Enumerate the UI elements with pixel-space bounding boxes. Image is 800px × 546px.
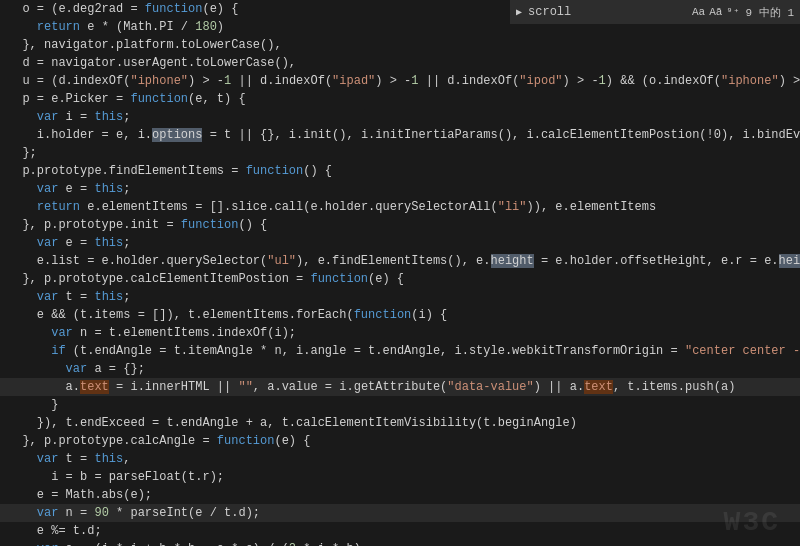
code-line: }, p.prototype.calcElementItemPostion = … xyxy=(0,270,800,288)
code-line: u = (d.indexOf("iphone") > -1 || d.index… xyxy=(0,72,800,90)
match-info: 9 中的 1 xyxy=(746,5,794,20)
code-line: e.list = e.holder.querySelector("ul"), e… xyxy=(0,252,800,270)
code-line: var a = {}; xyxy=(0,360,800,378)
code-line: var e = this; xyxy=(0,180,800,198)
code-line: }, p.prototype.calcAngle = function(e) { xyxy=(0,432,800,450)
code-line: d = navigator.userAgent.toLowerCase(), xyxy=(0,54,800,72)
code-line: e %= t.d; xyxy=(0,522,800,540)
code-line: return e.elementItems = [].slice.call(e.… xyxy=(0,198,800,216)
code-line: var i = this; xyxy=(0,108,800,126)
code-line: p = e.Picker = function(e, t) { xyxy=(0,90,800,108)
code-line: }; xyxy=(0,144,800,162)
code-line: var a = (i * i + b * b - e * e) / (2 * i… xyxy=(0,540,800,546)
search-toolbar: ▶ scroll Aa Aā ⁹⁺ 9 中的 1 xyxy=(510,0,800,24)
search-prev-arrow[interactable]: ▶ xyxy=(516,6,522,18)
font-controls: Aa Aā ⁹⁺ xyxy=(692,6,740,19)
code-line: } xyxy=(0,396,800,414)
code-line: p.prototype.findElementItems = function(… xyxy=(0,162,800,180)
font-aa-variant[interactable]: Aā xyxy=(709,6,722,19)
code-line-highlighted: a.text = i.innerHTML || "", a.value = i.… xyxy=(0,378,800,396)
code-line: i = b = parseFloat(t.r); xyxy=(0,468,800,486)
code-line: }, navigator.platform.toLowerCase(), xyxy=(0,36,800,54)
code-line: }, p.prototype.init = function() { xyxy=(0,216,800,234)
code-line: i.holder = e, i.options = t || {}, i.ini… xyxy=(0,126,800,144)
code-line: var t = this; xyxy=(0,288,800,306)
code-line: }), t.endExceed = t.endAngle + a, t.calc… xyxy=(0,414,800,432)
code-line: var e = this; xyxy=(0,234,800,252)
search-term-label: scroll xyxy=(528,5,686,19)
code-area: ▶ scroll Aa Aā ⁹⁺ 9 中的 1 o = (e.deg2rad … xyxy=(0,0,800,546)
code-line: e && (t.items = []), t.elementItems.forE… xyxy=(0,306,800,324)
code-line-highlighted: var n = 90 * parseInt(e / t.d); xyxy=(0,504,800,522)
code-line: var t = this, xyxy=(0,450,800,468)
font-size-icon: ⁹⁺ xyxy=(726,6,739,19)
code-line: e = Math.abs(e); xyxy=(0,486,800,504)
code-line: var n = t.elementItems.indexOf(i); xyxy=(0,324,800,342)
font-aa[interactable]: Aa xyxy=(692,6,705,19)
code-line: if (t.endAngle = t.itemAngle * n, i.angl… xyxy=(0,342,800,360)
